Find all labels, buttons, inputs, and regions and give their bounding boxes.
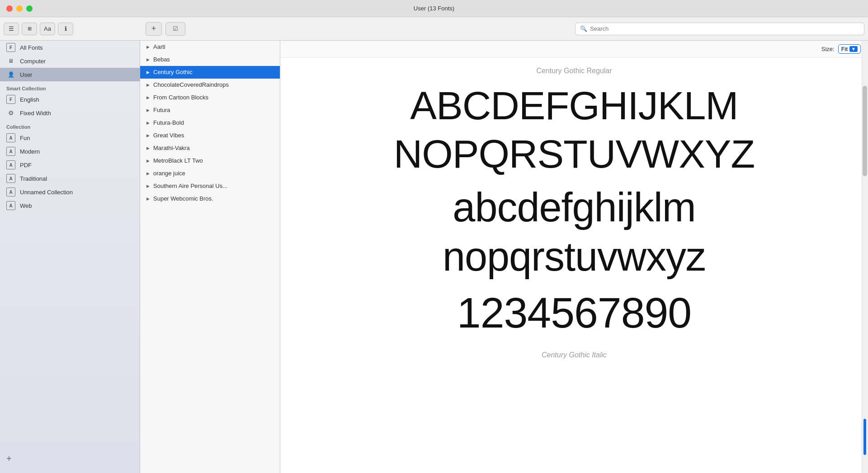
sidebar-item-computer[interactable]: 🖥 Computer (0, 54, 140, 68)
sidebar-item-english[interactable]: F English (0, 93, 140, 106)
font-item-marathi[interactable]: ▶ Marathi-Vakra (140, 142, 280, 155)
sidebar-item-label: Fixed Width (20, 110, 51, 117)
sidebar-item-user[interactable]: 👤 User (0, 68, 140, 81)
user-icon: 👤 (6, 70, 15, 79)
font-item-label: MetroBlack LT Two (153, 157, 203, 164)
font-item-from-cartoon[interactable]: ▶ From Cartoon Blocks (140, 91, 280, 104)
preview-panel: Size: Fit ▼ Century Gothic Regular ABCDE… (280, 41, 868, 473)
toolbar-left: ☰ ⊞ Aa ℹ (4, 23, 144, 35)
window-title: User (13 Fonts) (414, 5, 454, 12)
sidebar-item-pdf[interactable]: A PDF (0, 158, 140, 172)
expand-arrow-icon: ▶ (146, 146, 150, 150)
main-area: F All Fonts 🖥 Computer 👤 User Smart Coll… (0, 41, 868, 473)
sidebar-item-label: English (20, 96, 39, 103)
grid-button[interactable]: ⊞ (22, 23, 37, 35)
validate-button[interactable]: ☑ (165, 22, 185, 36)
smart-collection-header: Smart Collection (0, 81, 140, 93)
unnamed-icon: A (6, 187, 15, 197)
close-button[interactable] (6, 5, 13, 12)
uppercase-preview: ABCDEFGHIJKLM (410, 84, 738, 128)
preview-toolbar: Size: Fit ▼ (280, 41, 868, 58)
size-selector[interactable]: Fit ▼ (838, 44, 861, 54)
font-item-label: Futura (153, 107, 170, 113)
sidebar-item-label: Unnamed Collection (20, 189, 73, 196)
expand-arrow-icon: ▶ (146, 121, 150, 125)
font-preview-name: Century Gothic Regular (536, 67, 612, 75)
sidebar-item-fun[interactable]: A Fun (0, 131, 140, 145)
lowercase-preview: abcdefghijklm (453, 185, 695, 230)
font-item-label: Century Gothic (153, 69, 193, 75)
font-item-label: ChocolateCoveredRaindrops (153, 81, 229, 88)
titlebar: User (13 Fonts) (0, 0, 868, 17)
font-item-futura-bold[interactable]: ▶ Futura-Bold (140, 117, 280, 129)
font-item-bebas[interactable]: ▶ Bebas (140, 53, 280, 66)
font-item-century-gothic[interactable]: ▶ Century Gothic (140, 66, 280, 79)
font-item-orange-juice[interactable]: ▶ orange juice (140, 167, 280, 180)
lowercase2-preview: nopqrstuvwxyz (443, 234, 706, 279)
sidebar-item-traditional[interactable]: A Traditional (0, 172, 140, 185)
scrollbar-indicator[interactable] (863, 419, 866, 455)
sidebar-item-fixed-width[interactable]: ⚙ Fixed Width (0, 106, 140, 120)
hamburger-button[interactable]: ☰ (4, 23, 19, 35)
web-icon: A (6, 201, 15, 210)
font-item-super-webcomic[interactable]: ▶ Super Webcomic Bros. (140, 192, 280, 205)
font-item-metroblack[interactable]: ▶ MetroBlack LT Two (140, 155, 280, 167)
sidebar-item-label: User (20, 71, 32, 78)
numbers-preview: 1234567890 (457, 288, 691, 337)
sidebar-item-unnamed[interactable]: A Unnamed Collection (0, 185, 140, 199)
sidebar-item-modern[interactable]: A Modern (0, 145, 140, 158)
font-item-great-vibes[interactable]: ▶ Great Vibes (140, 129, 280, 142)
expand-arrow-icon: ▶ (146, 108, 150, 112)
expand-arrow-icon: ▶ (146, 83, 150, 87)
expand-arrow-icon: ▶ (146, 95, 150, 100)
sidebar-item-label: Computer (20, 58, 46, 65)
expand-arrow-icon: ▶ (146, 70, 150, 75)
minimize-button[interactable] (16, 5, 23, 12)
search-bar: 🔍 (575, 23, 864, 35)
size-label: Size: (821, 46, 835, 52)
search-icon: 🔍 (580, 25, 587, 32)
font-item-label: Super Webcomic Bros. (153, 195, 213, 202)
sidebar-item-label: Web (20, 202, 32, 209)
expand-arrow-icon: ▶ (146, 197, 150, 201)
computer-icon: 🖥 (6, 56, 15, 66)
expand-arrow-icon: ▶ (146, 57, 150, 62)
chevron-down-icon: ▼ (849, 46, 858, 52)
scrollbar-thumb[interactable] (863, 86, 867, 176)
toolbar-center: + ☑ (146, 22, 185, 36)
scrollbar-track[interactable] (862, 41, 868, 473)
font-item-label: Great Vibes (153, 132, 184, 139)
font-item-aarti[interactable]: ▶ Aarti (140, 41, 280, 53)
window-controls (6, 5, 33, 12)
font-item-label: From Cartoon Blocks (153, 94, 208, 101)
preview-content: Century Gothic Regular ABCDEFGHIJKLM NOP… (280, 58, 868, 473)
font-item-label: orange juice (153, 170, 185, 177)
maximize-button[interactable] (26, 5, 33, 12)
add-collection-button[interactable]: + (6, 454, 12, 464)
font-item-label: Bebas (153, 56, 170, 63)
sidebar-item-web[interactable]: A Web (0, 199, 140, 212)
font-item-futura[interactable]: ▶ Futura (140, 104, 280, 117)
sidebar-item-label: All Fonts (20, 44, 43, 51)
font-item-chocolate[interactable]: ▶ ChocolateCoveredRaindrops (140, 79, 280, 91)
fun-icon: A (6, 133, 15, 142)
expand-arrow-icon: ▶ (146, 133, 150, 138)
font-item-label: Marathi-Vakra (153, 145, 190, 151)
info-button[interactable]: ℹ (58, 23, 73, 35)
expand-arrow-icon: ▶ (146, 45, 150, 49)
sidebar-item-label: Traditional (20, 175, 47, 182)
font-item-label: Southern Aire Personal Us... (153, 183, 227, 189)
font-item-southern-aire[interactable]: ▶ Southern Aire Personal Us... (140, 180, 280, 192)
all-fonts-icon: F (6, 43, 15, 52)
modern-icon: A (6, 147, 15, 156)
sidebar-item-label: PDF (20, 162, 32, 169)
uppercase2-preview: NOPQRSTUVWXYZ (394, 132, 755, 176)
sidebar: F All Fonts 🖥 Computer 👤 User Smart Coll… (0, 41, 140, 473)
search-input[interactable] (590, 25, 859, 32)
font-preview-button[interactable]: Aa (40, 23, 55, 35)
font-item-label: Aarti (153, 43, 165, 50)
expand-arrow-icon: ▶ (146, 171, 150, 176)
add-font-button[interactable]: + (146, 22, 162, 36)
expand-arrow-icon: ▶ (146, 159, 150, 163)
sidebar-item-all-fonts[interactable]: F All Fonts (0, 41, 140, 54)
